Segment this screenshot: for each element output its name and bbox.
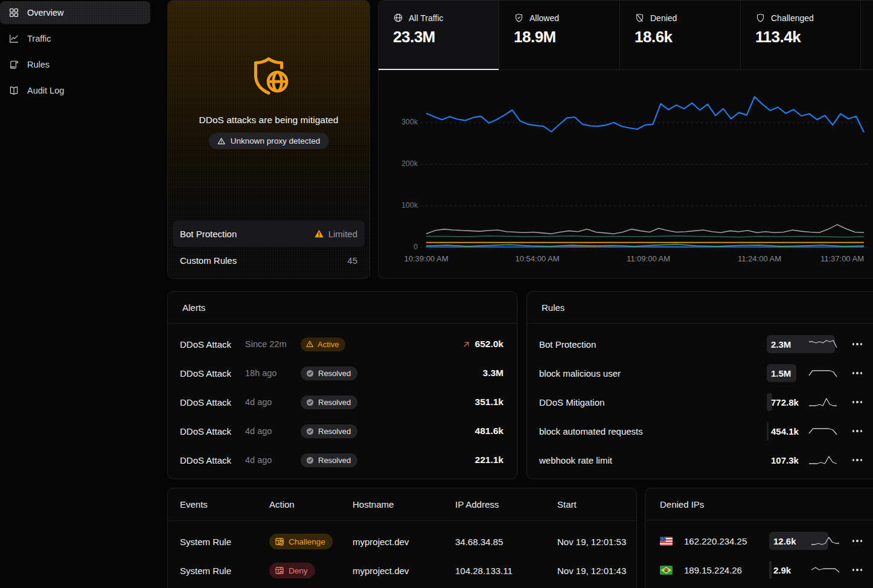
y-axis-tick: 0 — [389, 243, 418, 251]
warning-triangle-icon — [305, 340, 314, 348]
alert-row[interactable]: DDoS Attack 18h ago Resolved 3.3M — [168, 359, 517, 388]
rules-title: Rules — [527, 292, 873, 324]
row-menu-button[interactable] — [851, 368, 864, 378]
shield-globe-icon — [246, 54, 292, 100]
event-start: Nov 19, 12:01:43 — [557, 566, 636, 576]
tab-allowed[interactable]: Allowed 18.9M — [499, 1, 620, 69]
row-menu-button[interactable] — [851, 455, 864, 465]
col-header-action: Action — [269, 499, 353, 510]
row-menu-button[interactable] — [851, 397, 864, 407]
sparkline — [808, 453, 838, 467]
alert-value: 351.1k — [475, 397, 504, 407]
us-flag-icon — [660, 537, 673, 546]
event-row[interactable]: System Rule Challenge myproject.dev 34.6… — [168, 527, 636, 556]
events-card: Events Action Hostname IP Address Start … — [167, 488, 637, 588]
x-axis-tick: 11:09:00 AM — [615, 254, 682, 263]
proxy-warning-label: Unknown proxy detected — [231, 136, 321, 145]
event-type: System Rule — [180, 566, 269, 576]
denied-ip-count: 2.9k — [773, 565, 791, 575]
dashboard-page: Overview Traffic Rules Audit Log — [0, 0, 873, 588]
tab-label: Challenged — [771, 13, 814, 23]
tab-value: 18.6k — [635, 28, 740, 46]
alert-value: 481.6k — [475, 426, 504, 436]
rule-row[interactable]: DDoS Mitigation 772.8k — [527, 388, 873, 417]
bot-protection-row[interactable]: Bot Protection Limited — [173, 220, 365, 247]
status-badge-resolved: Resolved — [301, 453, 357, 467]
alert-row[interactable]: DDoS Attack 4d ago Resolved 351.1k — [168, 388, 517, 417]
y-axis-tick: 200k — [389, 159, 418, 168]
sidebar-item-audit-log[interactable]: Audit Log — [0, 79, 150, 102]
sidebar-item-rules[interactable]: Rules — [0, 53, 150, 76]
tab-label: Denied — [650, 13, 677, 23]
event-row[interactable]: System Rule Deny myproject.dev 104.28.13… — [168, 556, 636, 585]
alert-title: DDoS Attack — [180, 368, 245, 379]
tab-value: 113.4k — [755, 28, 860, 46]
scroll-icon — [8, 59, 19, 70]
alert-row[interactable]: DDoS Attack 4d ago Resolved 221.1k — [168, 446, 517, 475]
rule-value: 454.1k — [771, 426, 799, 436]
denied-ip-row[interactable]: 189.15.224.26 2.9k — [645, 555, 873, 584]
alert-value: 652.0k — [475, 339, 504, 350]
status-badge-resolved: Resolved — [301, 395, 357, 409]
event-hostname: myproject.dev — [353, 537, 455, 547]
custom-rules-value: 45 — [347, 255, 357, 266]
row-menu-button[interactable] — [851, 339, 864, 349]
bot-protection-value: Limited — [328, 229, 357, 239]
sidebar-item-label: Audit Log — [27, 86, 64, 95]
shield-icon — [755, 13, 766, 23]
sidebar: Overview Traffic Rules Audit Log — [0, 0, 157, 588]
rule-row[interactable]: webhook rate limit 107.3k — [527, 446, 873, 475]
rule-value: 107.3k — [771, 455, 799, 465]
traffic-chart[interactable] — [379, 70, 873, 279]
status-title: DDoS attacks are being mitigated — [168, 115, 369, 126]
brazil-flag-icon — [660, 566, 673, 575]
y-axis-tick: 300k — [389, 118, 418, 126]
col-header-start: Start — [557, 499, 636, 510]
tab-value: 18.9M — [514, 28, 619, 46]
events-header-row: Events Action Hostname IP Address Start — [168, 488, 636, 521]
warning-filled-icon — [314, 229, 324, 239]
traffic-tabs: All Traffic 23.3M Allowed 18.9M Denied 1… — [379, 1, 873, 70]
check-circle-icon — [305, 398, 315, 407]
rule-name: Bot Protection — [539, 339, 764, 350]
denied-ip-count: 12.6k — [773, 536, 796, 546]
value-bar — [769, 561, 772, 579]
row-menu-button[interactable] — [851, 565, 864, 575]
sidebar-item-traffic[interactable]: Traffic — [0, 27, 150, 50]
denied-ip-address: 162.220.234.25 — [684, 536, 769, 546]
rule-row[interactable]: Bot Protection 2.3M — [527, 330, 873, 359]
rule-name: block automated requests — [539, 426, 764, 436]
rule-row[interactable]: block automated requests 454.1k — [527, 417, 873, 446]
col-header-events: Events — [180, 499, 269, 510]
alert-row[interactable]: DDoS Attack Since 22m Active 652.0k — [168, 330, 517, 359]
tab-all-traffic[interactable]: All Traffic 23.3M — [379, 1, 499, 69]
alert-row[interactable]: DDoS Attack 4d ago Resolved 481.6k — [168, 417, 517, 446]
alert-value: 221.1k — [475, 455, 504, 465]
sidebar-item-overview[interactable]: Overview — [0, 1, 150, 24]
trend-up-icon — [462, 340, 471, 349]
status-badge-resolved: Resolved — [301, 424, 357, 438]
warning-triangle-icon — [217, 137, 226, 145]
event-ip: 34.68.34.85 — [455, 537, 557, 547]
rule-value: 1.5M — [771, 368, 791, 379]
tab-denied[interactable]: Denied 18.6k — [620, 1, 741, 69]
rule-name: block malicious user — [539, 368, 764, 379]
sparkline — [808, 366, 838, 380]
rule-value: 2.3M — [771, 339, 791, 350]
denied-ip-row[interactable]: 162.220.234.25 12.6k — [645, 526, 873, 555]
sparkline — [810, 563, 840, 577]
denied-ip-address: 189.15.224.26 — [684, 565, 769, 575]
shield-check-icon — [514, 13, 524, 23]
proxy-warning-pill[interactable]: Unknown proxy detected — [209, 133, 329, 149]
row-menu-button[interactable] — [851, 536, 864, 546]
rule-row[interactable]: block malicious user 1.5M — [527, 359, 873, 388]
row-menu-button[interactable] — [851, 426, 864, 436]
action-badge-deny: Deny — [269, 563, 315, 578]
alert-title: DDoS Attack — [180, 339, 245, 350]
col-header-ip-address: IP Address — [455, 499, 557, 510]
shield-slash-icon — [635, 13, 645, 23]
book-icon — [8, 85, 19, 96]
tab-challenged[interactable]: Challenged 113.4k — [741, 1, 861, 69]
check-circle-icon — [305, 427, 315, 436]
custom-rules-row[interactable]: Custom Rules 45 — [173, 247, 365, 273]
